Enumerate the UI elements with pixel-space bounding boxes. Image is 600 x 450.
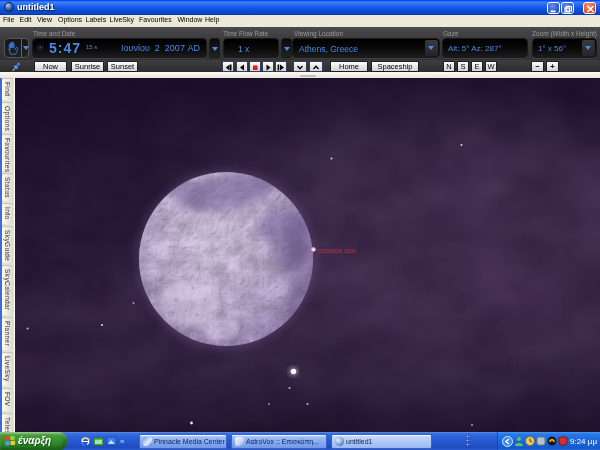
svg-text:COSMOS 1500: COSMOS 1500 [318, 247, 356, 253]
